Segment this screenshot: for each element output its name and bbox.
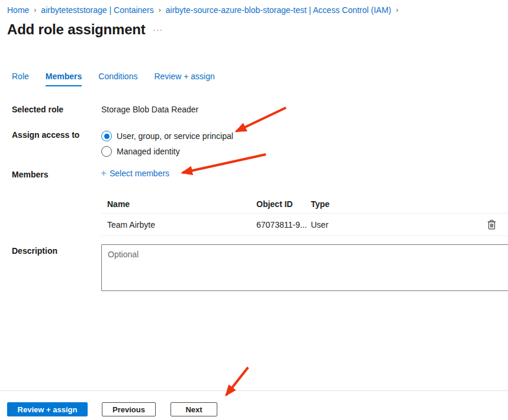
member-name: Team Airbyte	[101, 220, 256, 230]
selected-role-value: Storage Blob Data Reader	[101, 105, 198, 114]
column-header-type: Type	[311, 199, 475, 209]
tab-members[interactable]: Members	[46, 72, 82, 86]
tab-role[interactable]: Role	[12, 72, 29, 86]
breadcrumb-containers[interactable]: airbyteteststorage | Containers	[41, 5, 153, 15]
radio-managed-identity[interactable]: Managed identity	[101, 144, 233, 159]
table-row: Team Airbyte 67073811-9... User	[101, 214, 508, 236]
previous-button[interactable]: Previous	[102, 402, 156, 416]
page-title: Add role assignment	[7, 21, 146, 38]
review-assign-button[interactable]: Review + assign	[7, 402, 88, 416]
footer-divider	[0, 390, 508, 391]
radio-unselected-icon	[101, 146, 112, 157]
radio-user-group-service-principal[interactable]: User, group, or service principal	[101, 128, 233, 144]
select-members-link[interactable]: + Select members	[101, 169, 169, 178]
breadcrumb-access-control[interactable]: airbyte-source-azure-blob-storage-test |…	[166, 5, 391, 15]
column-header-object-id: Object ID	[256, 199, 311, 209]
breadcrumb-separator: ›	[33, 6, 37, 14]
radio-label: User, group, or service principal	[117, 131, 233, 141]
member-object-id: 67073811-9...	[256, 220, 311, 230]
delete-member-button[interactable]	[486, 218, 498, 231]
breadcrumb: Home › airbyteteststorage | Containers ›…	[7, 5, 399, 15]
description-label: Description	[12, 246, 57, 256]
radio-label: Managed identity	[117, 147, 180, 156]
tab-review-assign[interactable]: Review + assign	[154, 72, 214, 86]
radio-selected-icon	[101, 131, 112, 141]
select-members-label: Select members	[110, 169, 169, 178]
tab-bar: Role Members Conditions Review + assign	[12, 72, 215, 86]
breadcrumb-separator: ›	[396, 6, 399, 14]
breadcrumb-separator: ›	[158, 6, 162, 14]
assign-access-to-label: Assign access to	[12, 130, 79, 140]
plus-icon: +	[101, 169, 107, 177]
trash-icon	[487, 219, 497, 230]
arrow-to-radio	[236, 108, 286, 131]
more-options-icon[interactable]: ···	[153, 25, 163, 34]
table-header-row: Name Object ID Type	[101, 195, 508, 214]
tab-conditions[interactable]: Conditions	[98, 72, 137, 86]
next-button[interactable]: Next	[171, 402, 217, 416]
description-input[interactable]	[101, 244, 508, 291]
members-label: Members	[12, 170, 48, 179]
breadcrumb-home[interactable]: Home	[7, 5, 29, 15]
selected-role-label: Selected role	[12, 105, 63, 114]
member-type: User	[311, 220, 475, 230]
members-table: Name Object ID Type Team Airbyte 6707381…	[101, 195, 508, 236]
assign-access-to-radio-group: User, group, or service principal Manage…	[101, 128, 233, 159]
add-role-assignment-page: Home › airbyteteststorage | Containers ›…	[0, 0, 508, 420]
column-header-name: Name	[101, 199, 256, 209]
